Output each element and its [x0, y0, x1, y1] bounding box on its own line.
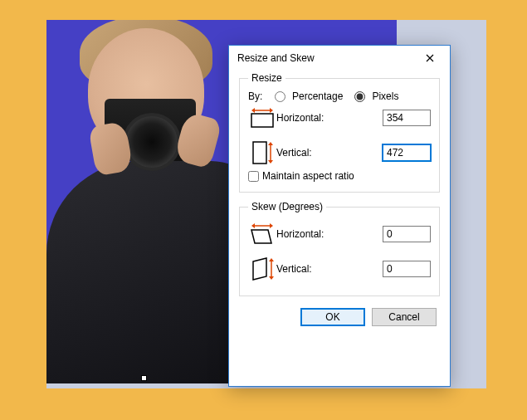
svg-marker-12	[253, 258, 266, 280]
close-button[interactable]	[413, 47, 446, 69]
resize-horizontal-icon	[250, 107, 275, 129]
resize-horizontal-label: Horizontal:	[276, 112, 383, 124]
resize-group: Resize By: Percentage Pixels	[239, 72, 440, 193]
skew-group: Skew (Degrees) Horizontal:	[239, 201, 440, 296]
percentage-radio[interactable]: Percentage	[275, 90, 343, 102]
svg-marker-7	[268, 160, 273, 164]
dialog-titlebar[interactable]: Resize and Skew	[229, 46, 450, 71]
skew-vertical-input[interactable]	[383, 261, 431, 277]
skew-horizontal-input[interactable]	[383, 226, 431, 242]
maintain-aspect-label: Maintain aspect ratio	[262, 170, 354, 182]
percentage-label: Percentage	[292, 90, 343, 102]
svg-marker-8	[251, 230, 271, 243]
svg-marker-6	[268, 142, 273, 145]
svg-marker-14	[269, 258, 274, 261]
resize-vertical-icon	[250, 140, 275, 165]
skew-horizontal-label: Horizontal:	[276, 228, 383, 240]
close-icon	[426, 54, 434, 62]
skew-legend: Skew (Degrees)	[248, 201, 326, 212]
skew-vertical-label: Vertical:	[276, 263, 383, 275]
svg-marker-15	[269, 276, 274, 280]
maintain-aspect-checkbox[interactable]: Maintain aspect ratio	[248, 170, 431, 182]
pixels-radio[interactable]: Pixels	[354, 90, 398, 102]
svg-marker-11	[270, 223, 273, 228]
skew-vertical-icon	[250, 256, 275, 281]
svg-rect-4	[253, 142, 266, 164]
resize-skew-dialog: Resize and Skew Resize By: Percentage Pi…	[228, 45, 451, 387]
ok-button[interactable]: OK	[300, 308, 365, 326]
resize-vertical-label: Vertical:	[276, 147, 383, 159]
by-label: By:	[248, 90, 270, 102]
resize-horizontal-input[interactable]	[383, 110, 431, 126]
dialog-title: Resize and Skew	[237, 52, 413, 64]
svg-rect-0	[251, 114, 273, 127]
resize-handle[interactable]	[141, 375, 147, 381]
svg-marker-2	[251, 108, 255, 113]
svg-marker-10	[251, 223, 255, 228]
cancel-button[interactable]: Cancel	[372, 308, 437, 326]
pixels-label: Pixels	[372, 90, 398, 102]
skew-horizontal-icon	[250, 223, 275, 245]
svg-marker-3	[270, 108, 273, 113]
resize-vertical-input[interactable]	[383, 144, 431, 161]
resize-legend: Resize	[248, 72, 285, 84]
